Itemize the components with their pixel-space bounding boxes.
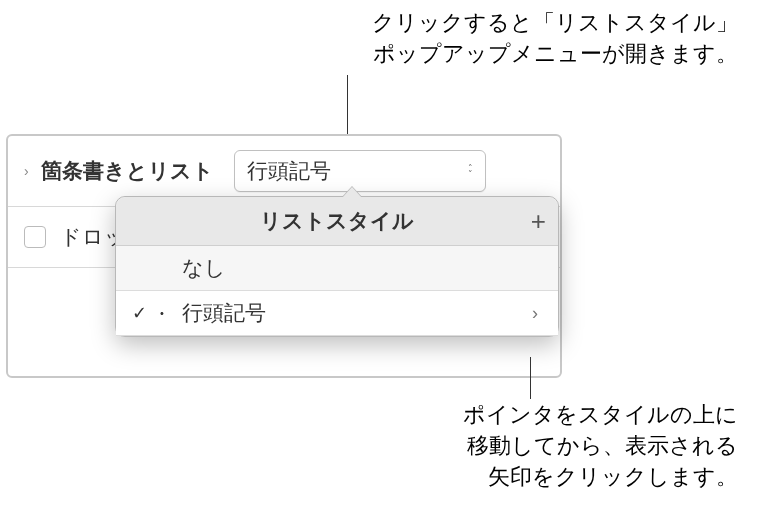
list-style-item-label: なし bbox=[182, 254, 542, 282]
disclosure-chevron-icon[interactable]: › bbox=[24, 163, 29, 179]
callout-leader-line-top bbox=[347, 75, 348, 134]
checkmark-icon: ✓ bbox=[132, 302, 160, 324]
bullet-icon: • bbox=[160, 308, 182, 319]
callout-bottom-line3: 矢印をクリックします。 bbox=[198, 462, 738, 493]
list-style-item-none[interactable]: ✓ • なし bbox=[116, 246, 558, 291]
list-style-item-label: 行頭記号 bbox=[182, 299, 532, 327]
list-style-item-bullet[interactable]: ✓ • 行頭記号 › bbox=[116, 291, 558, 336]
callout-bottom-line1: ポインタをスタイルの上に bbox=[198, 400, 738, 431]
callout-top-line2: ポップアップメニューが開きます。 bbox=[372, 39, 738, 70]
bullets-lists-label: 箇条書きとリスト bbox=[41, 157, 214, 185]
drop-cap-checkbox[interactable] bbox=[24, 226, 46, 248]
callout-bottom: ポインタをスタイルの上に 移動してから、表示される 矢印をクリックします。 bbox=[198, 400, 738, 492]
popover-header: リストスタイル + bbox=[116, 197, 558, 246]
list-style-popover: リストスタイル + ✓ • なし ✓ • 行頭記号 › bbox=[115, 196, 559, 337]
chevron-right-icon[interactable]: › bbox=[532, 303, 542, 324]
callout-bottom-line2: 移動してから、表示される bbox=[198, 431, 738, 462]
callout-top: クリックすると「リストスタイル」 ポップアップメニューが開きます。 bbox=[372, 8, 738, 70]
popover-title: リストスタイル bbox=[260, 207, 414, 235]
callout-top-line1: クリックすると「リストスタイル」 bbox=[372, 8, 738, 39]
popup-chevrons-icon: ˄ ˅ bbox=[468, 165, 473, 177]
popup-button-value: 行頭記号 bbox=[247, 157, 331, 185]
callout-leader-line-bottom bbox=[530, 357, 531, 399]
add-style-button[interactable]: + bbox=[531, 208, 546, 234]
